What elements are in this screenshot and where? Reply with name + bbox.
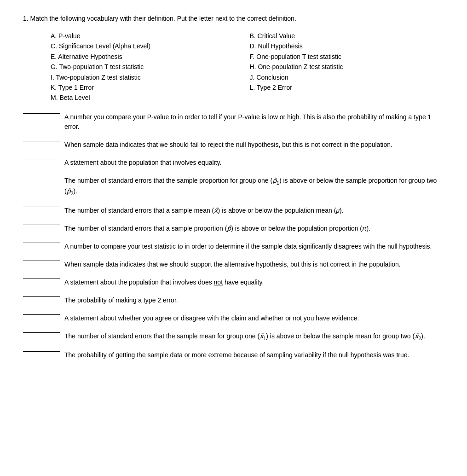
vocab-col1: A. P-value C. Significance Level (Alpha …	[51, 31, 245, 103]
definition-text: The number of standard errors that a sam…	[64, 206, 444, 215]
definition-text: When sample data indicates that we shoul…	[64, 260, 444, 269]
definition-text: The number of standard errors that the s…	[64, 176, 444, 197]
answer-blank[interactable]	[23, 243, 60, 243]
answer-blank[interactable]	[23, 296, 60, 297]
answer-blank[interactable]	[23, 141, 60, 141]
question-header: 1. Match the following vocabulary with t…	[23, 14, 444, 23]
answer-blank[interactable]	[23, 177, 60, 177]
vocab-item: F. One-population T test statistic	[250, 52, 444, 62]
answer-blank[interactable]	[23, 159, 60, 159]
vocab-item: M. Beta Level	[51, 93, 245, 103]
match-row: When sample data indicates that we shoul…	[23, 260, 444, 269]
answer-blank[interactable]	[23, 225, 60, 225]
definition-text: The number of standard errors that a sam…	[64, 224, 444, 233]
vocab-item: G. Two-population T test statistic	[51, 62, 245, 72]
match-row: The number of standard errors that a sam…	[23, 224, 444, 233]
answer-blank[interactable]	[23, 207, 60, 207]
definition-text: When sample data indicates that we shoul…	[64, 140, 444, 150]
vocab-col2: B. Critical Value D. Null Hypothesis F. …	[250, 31, 444, 103]
vocab-item: K. Type 1 Error	[51, 82, 245, 93]
answer-blank[interactable]	[23, 351, 60, 352]
matching-items: A number you compare your P-value to in …	[23, 112, 444, 360]
match-row: A statement about the population that in…	[23, 158, 444, 168]
vocab-item: B. Critical Value	[250, 31, 444, 41]
answer-blank[interactable]	[23, 332, 60, 333]
match-row: When sample data indicates that we shoul…	[23, 140, 444, 150]
definition-text: The probability of making a type 2 error…	[64, 296, 444, 305]
definition-text: The probability of getting the sample da…	[64, 350, 444, 360]
match-row: The number of standard errors that a sam…	[23, 206, 444, 215]
answer-blank[interactable]	[23, 113, 60, 114]
vocab-item: E. Alternative Hypothesis	[51, 52, 245, 62]
answer-blank[interactable]	[23, 314, 60, 315]
definition-text: A number to compare your test statistic …	[64, 242, 444, 251]
match-row: A statement about the population that in…	[23, 278, 444, 287]
definition-text: A statement about whether you agree or d…	[64, 313, 444, 323]
match-row: A number to compare your test statistic …	[23, 242, 444, 251]
definition-text: A statement about the population that in…	[64, 158, 444, 168]
definition-text: A statement about the population that in…	[64, 278, 444, 287]
vocab-item: J. Conclusion	[250, 72, 444, 82]
answer-blank[interactable]	[23, 261, 60, 261]
vocab-item: D. Null Hypothesis	[250, 41, 444, 51]
definition-text: The number of standard errors that the s…	[64, 331, 444, 342]
question-instruction: Match the following vocabulary with thei…	[30, 15, 296, 22]
vocab-item: A. P-value	[51, 31, 245, 41]
match-row: The number of standard errors that the s…	[23, 331, 444, 342]
question-number: 1.	[23, 15, 29, 22]
match-row: The probability of getting the sample da…	[23, 350, 444, 360]
answer-blank[interactable]	[23, 279, 60, 279]
vocab-item: H. One-population Z test statistic	[250, 62, 444, 72]
match-row: The probability of making a type 2 error…	[23, 296, 444, 305]
question-container: 1. Match the following vocabulary with t…	[23, 14, 444, 360]
match-row: A number you compare your P-value to in …	[23, 112, 444, 132]
vocab-item: I. Two-population Z test statistic	[51, 72, 245, 82]
vocab-list: A. P-value C. Significance Level (Alpha …	[51, 31, 444, 103]
definition-text: A number you compare your P-value to in …	[64, 112, 444, 132]
match-row: A statement about whether you agree or d…	[23, 313, 444, 323]
underlined-word: not	[214, 279, 223, 286]
vocab-item: C. Significance Level (Alpha Level)	[51, 41, 245, 51]
vocab-item: L. Type 2 Error	[250, 82, 444, 93]
match-row: The number of standard errors that the s…	[23, 176, 444, 197]
